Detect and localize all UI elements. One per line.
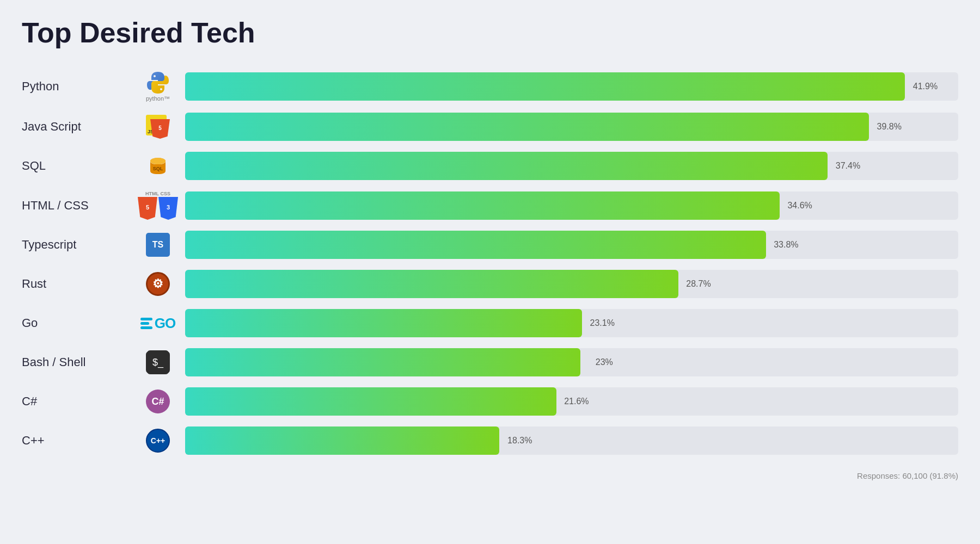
- bar-fill-typescript: 33.8%: [185, 231, 766, 259]
- tech-icon-cpp: C++: [131, 429, 185, 453]
- bar-area-javascript: 39.8%: [185, 113, 958, 141]
- tech-icon-javascript: JS 5: [131, 115, 185, 139]
- bar-value-rust: 28.7%: [686, 279, 710, 289]
- bar-value-csharp: 21.6%: [564, 397, 589, 406]
- chart-row-htmlcss: HTML / CSS HTML CSS 5 3 34: [22, 186, 958, 225]
- rust-icon: ⚙: [146, 272, 170, 296]
- go-icon: GO: [140, 315, 175, 332]
- htmlcss-icon: HTML CSS 5 3: [138, 191, 178, 220]
- svg-point-1: [150, 158, 166, 164]
- chart-row-javascript: Java Script JS 5 39.8%: [22, 107, 958, 146]
- tech-icon-go: GO: [131, 315, 185, 332]
- bar-area-go: 23.1%: [185, 309, 958, 337]
- sql-icon: SQL: [148, 156, 168, 176]
- bar-fill-python: 41.9%: [185, 72, 905, 101]
- tech-label-typescript: Typescript: [22, 238, 131, 252]
- tech-icon-sql: SQL: [131, 156, 185, 176]
- bar-value-bash: 23%: [596, 357, 613, 367]
- tech-label-csharp: C#: [22, 394, 131, 409]
- chart-row-typescript: Typescript TS 33.8%: [22, 225, 958, 264]
- bash-icon: $_: [146, 350, 170, 374]
- chart-row-python: Python: [22, 65, 958, 107]
- javascript-icon: JS 5: [146, 115, 170, 139]
- bar-fill-bash: 23%: [185, 348, 580, 376]
- bar-value-sql: 37.4%: [836, 161, 860, 171]
- chart-row-csharp: C# C# 21.6%: [22, 382, 958, 421]
- tech-label-sql: SQL: [22, 159, 131, 173]
- svg-text:SQL: SQL: [153, 166, 163, 171]
- chart-row-rust: Rust ⚙ 28.7%: [22, 264, 958, 304]
- tech-icon-typescript: TS: [131, 233, 185, 257]
- chart-container: Python: [22, 65, 958, 460]
- bar-area-bash: 23%: [185, 348, 958, 376]
- page-title: Top Desired Tech: [22, 16, 958, 49]
- chart-row-sql: SQL SQL 37.4%: [22, 146, 958, 186]
- bar-value-javascript: 39.8%: [877, 122, 902, 132]
- bar-fill-cpp: 18.3%: [185, 426, 499, 455]
- tech-label-javascript: Java Script: [22, 120, 131, 134]
- tech-label-bash: Bash / Shell: [22, 355, 131, 369]
- cpp-icon: C++: [146, 429, 170, 453]
- bar-fill-go: 23.1%: [185, 309, 582, 337]
- tech-label-htmlcss: HTML / CSS: [22, 199, 131, 213]
- tech-icon-htmlcss: HTML CSS 5 3: [131, 191, 185, 220]
- tech-label-cpp: C++: [22, 434, 131, 448]
- bar-fill-javascript: 39.8%: [185, 113, 869, 141]
- bar-value-go: 23.1%: [590, 318, 615, 328]
- bar-fill-rust: 28.7%: [185, 270, 678, 298]
- csharp-icon: C#: [146, 390, 170, 413]
- typescript-icon: TS: [146, 233, 170, 257]
- bar-value-htmlcss: 34.6%: [787, 201, 812, 211]
- footer-note: Responses: 60,100 (91.8%): [22, 471, 958, 480]
- bar-area-python: 41.9%: [185, 72, 958, 101]
- chart-row-go: Go GO 23.1%: [22, 304, 958, 343]
- bar-area-csharp: 21.6%: [185, 387, 958, 416]
- chart-row-bash: Bash / Shell $_ 23%: [22, 343, 958, 382]
- bar-area-rust: 28.7%: [185, 270, 958, 298]
- tech-label-go: Go: [22, 316, 131, 330]
- tech-icon-rust: ⚙: [131, 272, 185, 296]
- bar-value-python: 41.9%: [913, 82, 938, 91]
- tech-icon-python: python™: [131, 71, 185, 102]
- bar-value-typescript: 33.8%: [774, 240, 798, 250]
- bar-area-sql: 37.4%: [185, 152, 958, 180]
- bar-fill-sql: 37.4%: [185, 152, 828, 180]
- bar-area-cpp: 18.3%: [185, 426, 958, 455]
- bar-area-htmlcss: 34.6%: [185, 191, 958, 220]
- tech-icon-bash: $_: [131, 350, 185, 374]
- bar-value-cpp: 18.3%: [507, 436, 532, 446]
- tech-label-python: Python: [22, 79, 131, 94]
- tech-icon-csharp: C#: [131, 390, 185, 413]
- chart-row-cpp: C++ C++ 18.3%: [22, 421, 958, 460]
- bar-fill-csharp: 21.6%: [185, 387, 556, 416]
- python-icon: python™: [146, 71, 170, 102]
- bar-fill-htmlcss: 34.6%: [185, 191, 780, 220]
- bar-area-typescript: 33.8%: [185, 231, 958, 259]
- tech-label-rust: Rust: [22, 277, 131, 291]
